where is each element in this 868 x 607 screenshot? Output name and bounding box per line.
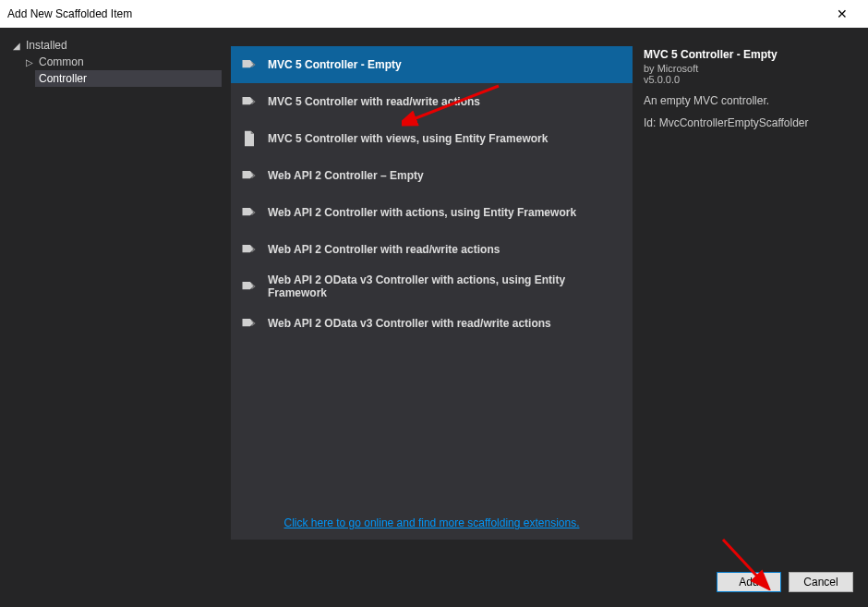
details-id-value: MvcControllerEmptyScaffolder xyxy=(659,116,809,129)
sidebar: ◢ Installed ▷ Common Controller xyxy=(0,28,231,556)
tree-root-installed[interactable]: ◢ Installed xyxy=(9,37,222,54)
file-icon xyxy=(240,128,259,149)
cancel-button[interactable]: Cancel xyxy=(789,572,853,592)
file-icon-wrap xyxy=(240,129,259,148)
template-item[interactable]: MVC 5 Controller with views, using Entit… xyxy=(231,120,633,157)
online-extensions-link[interactable]: Click here to go online and find more sc… xyxy=(284,516,580,529)
details-id: Id: MvcControllerEmptyScaffolder xyxy=(644,116,857,129)
controller-icon-wrap xyxy=(240,92,259,111)
template-item[interactable]: Web API 2 Controller – Empty xyxy=(231,157,633,194)
details-description: An empty MVC controller. xyxy=(644,94,857,107)
controller-icon xyxy=(240,239,259,260)
controller-icon-wrap xyxy=(240,277,259,296)
tree-item-controller[interactable]: Controller xyxy=(35,70,222,87)
controller-icon-wrap xyxy=(240,240,259,259)
close-icon[interactable]: ✕ xyxy=(824,6,861,21)
tree-item-label: Common xyxy=(39,55,84,68)
controller-icon-wrap xyxy=(240,203,259,222)
controller-icon-wrap xyxy=(240,166,259,185)
template-list: MVC 5 Controller - EmptyMVC 5 Controller… xyxy=(231,46,633,504)
template-list-panel: MVC 5 Controller - EmptyMVC 5 Controller… xyxy=(231,46,633,540)
tree-item-common[interactable]: ▷ Common xyxy=(22,54,222,70)
template-item-label: Web API 2 Controller with actions, using… xyxy=(268,206,576,219)
template-item[interactable]: Web API 2 Controller with actions, using… xyxy=(231,194,633,231)
dialog-body: ◢ Installed ▷ Common Controller MVC 5 Co… xyxy=(0,28,868,607)
controller-icon xyxy=(240,165,259,186)
template-item[interactable]: MVC 5 Controller - Empty xyxy=(231,46,633,83)
template-item-label: MVC 5 Controller with read/write actions xyxy=(268,95,480,108)
controller-icon xyxy=(240,91,259,112)
details-version: v5.0.0.0 xyxy=(644,74,857,85)
tree-item-label: Controller xyxy=(39,72,87,85)
tree-root-label: Installed xyxy=(26,39,67,52)
main-row: ◢ Installed ▷ Common Controller MVC 5 Co… xyxy=(0,28,868,556)
template-item-label: Web API 2 OData v3 Controller with read/… xyxy=(268,317,551,330)
titlebar: Add New Scaffolded Item ✕ xyxy=(0,0,868,28)
controller-icon xyxy=(240,55,259,75)
template-item-label: Web API 2 Controller with read/write act… xyxy=(268,243,500,256)
template-item[interactable]: Web API 2 Controller with read/write act… xyxy=(231,231,633,268)
dialog-window: Add New Scaffolded Item ✕ ◢ Installed ▷ … xyxy=(0,0,868,607)
online-extensions-row: Click here to go online and find more sc… xyxy=(231,504,633,540)
window-title: Add New Scaffolded Item xyxy=(7,7,824,20)
controller-icon-wrap xyxy=(240,55,259,74)
add-button[interactable]: Add xyxy=(717,572,781,592)
details-author: by Microsoft xyxy=(644,63,857,74)
template-item[interactable]: Web API 2 OData v3 Controller with actio… xyxy=(231,268,633,305)
template-item-label: Web API 2 Controller – Empty xyxy=(268,169,424,182)
controller-icon xyxy=(240,276,259,297)
template-item-label: MVC 5 Controller with views, using Entit… xyxy=(268,132,548,145)
footer: Add Cancel xyxy=(0,556,868,607)
details-panel: MVC 5 Controller - Empty by Microsoft v5… xyxy=(633,28,868,556)
chevron-down-icon: ◢ xyxy=(13,41,22,51)
controller-icon xyxy=(240,313,259,334)
template-item-label: Web API 2 OData v3 Controller with actio… xyxy=(268,273,623,299)
details-title: MVC 5 Controller - Empty xyxy=(644,48,857,61)
chevron-right-icon: ▷ xyxy=(26,57,35,67)
controller-icon xyxy=(240,202,259,223)
details-id-label: Id: xyxy=(644,116,656,129)
controller-icon-wrap xyxy=(240,314,259,333)
template-item[interactable]: MVC 5 Controller with read/write actions xyxy=(231,83,633,120)
template-item-label: MVC 5 Controller - Empty xyxy=(268,58,402,71)
template-item[interactable]: Web API 2 OData v3 Controller with read/… xyxy=(231,305,633,342)
